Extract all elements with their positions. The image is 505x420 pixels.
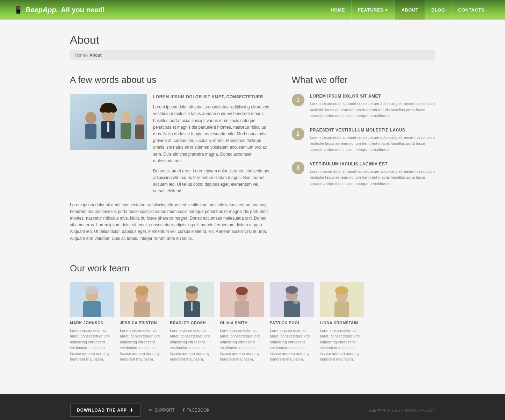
svg-point-21 [135, 286, 149, 296]
svg-rect-16 [83, 301, 101, 317]
svg-rect-38 [334, 301, 349, 317]
breadcrumb-home[interactable]: Home [75, 53, 86, 58]
svg-rect-20 [134, 301, 150, 317]
offer-item-2: 2 PRAESENT VESTIBULUM MOLESTIE LACUS Lor… [292, 128, 435, 153]
svg-rect-7 [121, 123, 131, 139]
team-desc-4: Lorem ipsum dolor sit amet, consectetuer… [220, 328, 264, 362]
footer-copyright: BEEPAPP © 2013 • PRIVACY POLICY [369, 408, 435, 412]
app-name: BeepApp. [26, 6, 58, 14]
offer-heading: What we offer [292, 74, 435, 85]
nav-links: HOME FEATURES ▼ ABOUT BLOG CONTACTS [324, 0, 491, 20]
offer-number-2: 2 [292, 128, 304, 140]
team-name-1: MARK JOHNSON [70, 321, 114, 325]
about-paragraph-3: Lorem ipsum dolor sit amet, consectetuer… [70, 202, 271, 242]
nav-features[interactable]: FEATURES ▼ [352, 0, 395, 20]
svg-point-8 [135, 115, 144, 125]
navigation: 📱 BeepApp. All you need! HOME FEATURES ▼… [0, 0, 505, 20]
download-icon: ⬇ [130, 408, 134, 413]
svg-rect-9 [135, 124, 144, 139]
svg-rect-13 [107, 122, 109, 132]
offer-number-3: 3 [292, 162, 304, 174]
team-name-6: LINDA KROMSTAIN [320, 321, 364, 325]
team-member-3: BRADLEY GROSH Lorem ipsum dolor sit amet… [170, 282, 214, 362]
offer-item-1: 1 LOREM IPSUM DOLOR SIT AMET Lorem ipsum… [292, 94, 435, 119]
team-photo-1 [70, 282, 114, 317]
team-photo-4 [220, 282, 264, 317]
team-photo-3 [170, 282, 214, 317]
team-heading: Our work team [70, 263, 435, 274]
breadcrumb-current: About [89, 53, 102, 58]
about-paragraph-1: Lorem ipsum dolor sit amet, consectetuer… [153, 104, 271, 164]
team-photo-2 [120, 282, 164, 317]
team-desc-2: Lorem ipsum dolor sit amet, consectetuer… [120, 328, 164, 362]
footer: DOWNLOAD THE APP ⬇ ✉ SUPPORT f FACEBOOK … [0, 394, 505, 420]
team-photo-svg [70, 94, 147, 150]
breadcrumb: Home / About [70, 50, 435, 60]
app-tagline: All you need! [61, 6, 105, 14]
svg-point-26 [186, 286, 198, 294]
about-heading: A few words about us [70, 74, 271, 85]
team-name-3: BRADLEY GROSH [170, 321, 214, 325]
team-member-1: MARK JOHNSON Lorem ipsum dolor sit amet,… [70, 282, 114, 362]
svg-point-35 [293, 299, 299, 304]
facebook-link[interactable]: f FACEBOOK [183, 408, 210, 413]
nav-home[interactable]: HOME [324, 0, 352, 20]
team-name-4: OLIVIA SMITH [220, 321, 264, 325]
svg-rect-29 [235, 301, 249, 317]
about-section: A few words about us [70, 74, 435, 245]
svg-point-6 [121, 112, 131, 123]
about-paragraph-2: Donec sit amet eros. Lorem ipsum dolor s… [153, 168, 271, 195]
team-member-6: LINDA KROMSTAIN Lorem ipsum dolor sit am… [320, 282, 364, 362]
download-button[interactable]: DOWNLOAD THE APP ⬇ [70, 404, 140, 417]
offer-section: What we offer 1 LOREM IPSUM DOLOR SIT AM… [292, 74, 435, 245]
svg-point-17 [85, 286, 99, 294]
offer-title-2: PRAESENT VESTIBULUM MOLESTIE LACUS [310, 128, 435, 133]
logo: 📱 BeepApp. All you need! [14, 6, 324, 14]
offer-title-1: LOREM IPSUM DOLOR SIT AMET [310, 94, 435, 99]
svg-rect-5 [85, 124, 96, 139]
footer-left: DOWNLOAD THE APP ⬇ ✉ SUPPORT f FACEBOOK [70, 404, 210, 417]
download-label: DOWNLOAD THE APP [77, 408, 127, 413]
nav-blog[interactable]: BLOG [425, 0, 452, 20]
svg-point-12 [110, 107, 117, 113]
about-left: A few words about us [70, 74, 271, 245]
support-link[interactable]: ✉ SUPPORT [149, 408, 175, 413]
team-member-5: PATRICK POOL Lorem ipsum dolor sit amet,… [270, 282, 314, 362]
team-member-4: OLIVIA SMITH Lorem ipsum dolor sit amet,… [220, 282, 264, 362]
team-desc-6: Lorem ipsum dolor sit amet, consectetuer… [320, 328, 364, 362]
about-text-title: LOREM IPSUM DOLOR SIT AMET, CONSECTETUER [153, 94, 271, 100]
svg-point-39 [335, 286, 348, 295]
nav-about[interactable]: ABOUT [395, 0, 425, 20]
svg-point-4 [85, 112, 96, 124]
offer-text-3: Lorem ipsum dolor sit amet consectetuer … [310, 169, 435, 187]
team-section: Our work team MARK JOHNSON Lorem ipsum d… [70, 263, 435, 362]
team-member-2: JESSICA PRISTON Lorem ipsum dolor sit am… [120, 282, 164, 362]
svg-point-11 [100, 107, 107, 113]
team-desc-5: Lorem ipsum dolor sit amet, consectetuer… [270, 328, 314, 362]
chevron-down-icon: ▼ [385, 8, 388, 12]
offer-title-3: VESTIBULUM IACULIS LACINIA EST [310, 162, 435, 166]
offer-text-1: Lorem ipsum dolor sit amet consectetuer … [310, 101, 435, 119]
offer-text-2: Lorem ipsum dolor sit amet consectetuer … [310, 135, 435, 153]
team-desc-3: Lorem ipsum dolor sit amet, consectetuer… [170, 328, 214, 362]
main-content: About Home / About A few words about us [0, 20, 505, 394]
about-image [70, 94, 147, 150]
support-icon: ✉ [149, 408, 152, 413]
team-grid: MARK JOHNSON Lorem ipsum dolor sit amet,… [70, 282, 435, 362]
facebook-icon: f [183, 408, 185, 413]
team-photo-6 [320, 282, 364, 317]
nav-contacts[interactable]: CONTACTS [452, 0, 491, 20]
offer-number-1: 1 [292, 94, 304, 106]
svg-rect-25 [191, 302, 193, 311]
svg-point-30 [236, 287, 248, 295]
team-photo-5 [270, 282, 314, 317]
phone-icon: 📱 [14, 6, 23, 14]
team-desc-1: Lorem ipsum dolor sit amet, consectetuer… [70, 328, 114, 362]
svg-point-34 [286, 286, 298, 294]
about-text: LOREM IPSUM DOLOR SIT AMET, CONSECTETUER… [70, 94, 271, 242]
offer-item-3: 3 VESTIBULUM IACULIS LACINIA EST Lorem i… [292, 162, 435, 187]
team-name-5: PATRICK POOL [270, 321, 314, 325]
page-title: About [70, 34, 435, 47]
team-name-2: JESSICA PRISTON [120, 321, 164, 325]
